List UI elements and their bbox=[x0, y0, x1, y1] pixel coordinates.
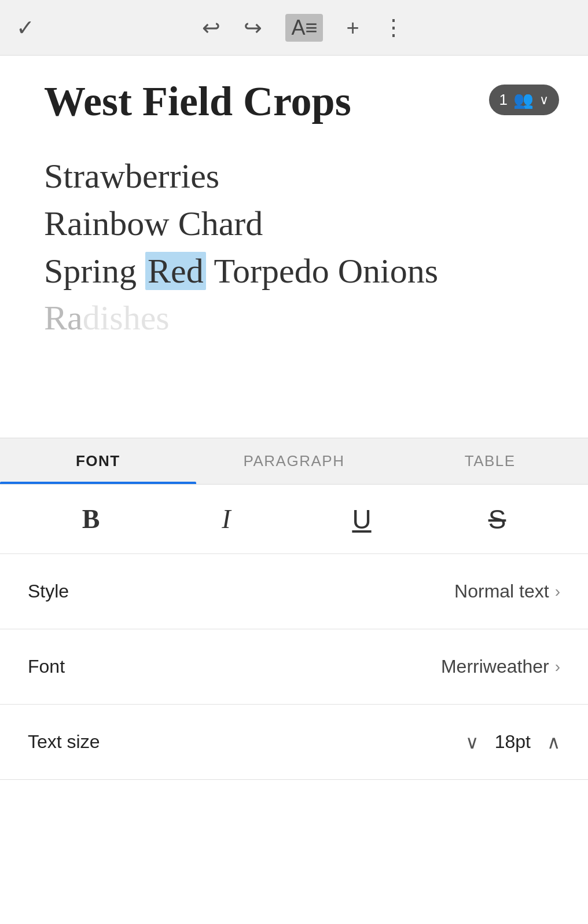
more-options-icon[interactable]: ⋮ bbox=[383, 17, 405, 39]
document-items: Strawberries Rainbow Chard Spring Red To… bbox=[44, 153, 553, 294]
underline-button[interactable]: U bbox=[341, 499, 382, 540]
format-row: B I U S bbox=[0, 485, 588, 554]
add-icon[interactable]: + bbox=[346, 17, 359, 39]
collaborators-chevron-icon: ∨ bbox=[539, 93, 549, 108]
style-value-text: Normal text bbox=[454, 581, 549, 602]
item-onions: Spring Red Torpedo Onions bbox=[44, 248, 553, 294]
font-label: Font bbox=[28, 656, 65, 677]
tab-font[interactable]: FONT bbox=[0, 438, 196, 484]
tab-paragraph[interactable]: PARAGRAPH bbox=[196, 438, 392, 484]
collaborators-count: 1 bbox=[499, 91, 508, 109]
style-chevron-icon: › bbox=[555, 582, 560, 601]
font-format-icon[interactable]: A≡ bbox=[285, 14, 323, 42]
italic-button[interactable]: I bbox=[206, 499, 247, 540]
font-row[interactable]: Font Merriweather › bbox=[0, 629, 588, 705]
highlighted-word: Red bbox=[145, 252, 206, 290]
bottom-panel: FONT PARAGRAPH TABLE B I U S Style Norma… bbox=[0, 438, 588, 780]
textsize-increase-button[interactable]: ∧ bbox=[547, 731, 560, 753]
style-value[interactable]: Normal text › bbox=[454, 581, 560, 602]
textsize-value: 18pt bbox=[495, 731, 531, 753]
style-label: Style bbox=[28, 581, 69, 602]
document-content: West Field Crops 1 👥 ∨ Strawberries Rain… bbox=[0, 56, 588, 438]
document-title: West Field Crops bbox=[44, 79, 553, 124]
item-strawberries: Strawberries bbox=[44, 153, 553, 199]
collaborators-badge[interactable]: 1 👥 ∨ bbox=[489, 85, 559, 115]
item-rainbow-chard: Rainbow Chard bbox=[44, 201, 553, 246]
toolbar: ✓ ↩ ↪ A≡ + ⋮ bbox=[0, 0, 588, 56]
tab-table[interactable]: TABLE bbox=[392, 438, 588, 484]
collaborators-icon: 👥 bbox=[513, 90, 534, 109]
style-row[interactable]: Style Normal text › bbox=[0, 554, 588, 629]
undo-icon[interactable]: ↩ bbox=[202, 17, 220, 39]
font-chevron-icon: › bbox=[555, 658, 560, 676]
bold-button[interactable]: B bbox=[71, 499, 111, 540]
strikethrough-button[interactable]: S bbox=[477, 499, 517, 540]
textsize-decrease-button[interactable]: ∨ bbox=[465, 731, 479, 753]
check-icon[interactable]: ✓ bbox=[16, 17, 35, 39]
format-tabs: FONT PARAGRAPH TABLE bbox=[0, 438, 588, 485]
font-value[interactable]: Merriweather › bbox=[441, 656, 560, 677]
font-value-text: Merriweather bbox=[441, 656, 549, 677]
textsize-label: Text size bbox=[28, 731, 100, 753]
redo-icon[interactable]: ↪ bbox=[244, 17, 262, 39]
textsize-controls: ∨ 18pt ∧ bbox=[465, 731, 560, 753]
partial-text: Radishes bbox=[44, 298, 553, 338]
textsize-row: Text size ∨ 18pt ∧ bbox=[0, 705, 588, 780]
